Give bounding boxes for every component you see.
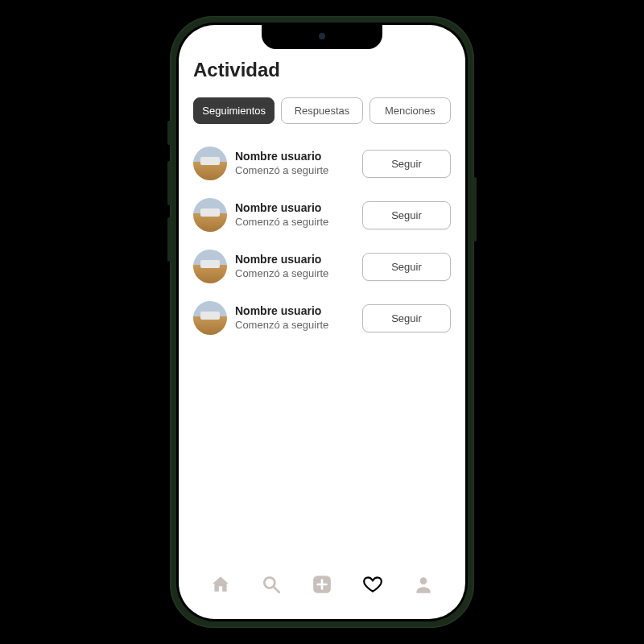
username-label: Nombre usuario: [235, 200, 354, 215]
search-icon: [261, 574, 282, 598]
avatar[interactable]: [193, 198, 227, 232]
username-label: Nombre usuario: [235, 252, 354, 266]
screen: Actividad Seguimientos Respuestas Mencio…: [179, 25, 465, 619]
activity-item: Nombre usuario Comenzó a seguirte Seguir: [193, 198, 451, 232]
content-area: Actividad Seguimientos Respuestas Mencio…: [179, 25, 465, 563]
svg-line-1: [274, 587, 279, 592]
follow-button[interactable]: Seguir: [362, 304, 451, 332]
volume-up-button: [167, 161, 171, 205]
plus-icon: [312, 574, 332, 598]
phone-frame: Actividad Seguimientos Respuestas Mencio…: [170, 16, 474, 628]
nav-create[interactable]: [311, 575, 333, 597]
heart-icon: [362, 574, 383, 598]
nav-profile[interactable]: [412, 575, 435, 597]
nav-search[interactable]: [260, 575, 283, 597]
avatar[interactable]: [193, 250, 227, 283]
svg-point-5: [420, 577, 427, 584]
username-label: Nombre usuario: [235, 303, 354, 318]
volume-down-button: [167, 217, 171, 262]
tab-menciones[interactable]: Menciones: [369, 97, 451, 124]
notch: [262, 25, 382, 49]
activity-item: Nombre usuario Comenzó a seguirte Seguir: [193, 147, 451, 180]
avatar[interactable]: [193, 147, 227, 180]
activity-text: Nombre usuario Comenzó a seguirte: [235, 200, 354, 229]
tabs: Seguimientos Respuestas Menciones: [193, 97, 451, 124]
phone-inner: Actividad Seguimientos Respuestas Mencio…: [176, 23, 468, 621]
activity-subtitle: Comenzó a seguirte: [235, 319, 354, 332]
activity-text: Nombre usuario Comenzó a seguirte: [235, 303, 354, 332]
tab-seguimientos[interactable]: Seguimientos: [193, 97, 275, 124]
tab-respuestas[interactable]: Respuestas: [281, 97, 362, 124]
activity-subtitle: Comenzó a seguirte: [235, 216, 354, 229]
activity-item: Nombre usuario Comenzó a seguirte Seguir: [193, 250, 451, 283]
silence-switch: [167, 121, 171, 145]
power-button: [473, 177, 477, 242]
follow-button[interactable]: Seguir: [362, 201, 451, 229]
username-label: Nombre usuario: [235, 149, 354, 163]
activity-text: Nombre usuario Comenzó a seguirte: [235, 149, 354, 177]
nav-activity[interactable]: [361, 575, 384, 597]
home-icon: [210, 574, 231, 598]
follow-button[interactable]: Seguir: [362, 253, 451, 281]
activity-list: Nombre usuario Comenzó a seguirte Seguir…: [193, 147, 451, 335]
page-title: Actividad: [193, 59, 451, 81]
nav-home[interactable]: [209, 575, 232, 597]
activity-subtitle: Comenzó a seguirte: [235, 267, 354, 281]
bottom-nav: [179, 563, 465, 619]
activity-item: Nombre usuario Comenzó a seguirte Seguir: [193, 301, 451, 335]
activity-subtitle: Comenzó a seguirte: [235, 164, 354, 178]
follow-button[interactable]: Seguir: [362, 150, 451, 178]
activity-text: Nombre usuario Comenzó a seguirte: [235, 252, 354, 280]
profile-icon: [413, 574, 434, 598]
avatar[interactable]: [193, 301, 227, 335]
